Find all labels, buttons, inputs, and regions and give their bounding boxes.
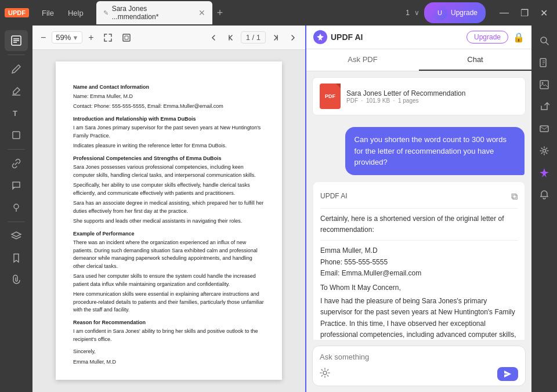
doc-rec-para: I am confident in Sara Jones' ability to…	[73, 328, 265, 343]
tab-chat[interactable]: Chat	[419, 49, 531, 71]
ai-upgrade-btn[interactable]: Upgrade	[466, 31, 508, 43]
user-avatar: U	[432, 5, 447, 20]
tab-area: ✎ Sara Jones ...mmendation* ✕ +	[96, 1, 404, 24]
svg-line-13	[546, 42, 548, 45]
sidebar-settings-icon[interactable]	[533, 140, 556, 161]
ai-title: UPDF AI	[331, 32, 363, 42]
sidebar-divider-1	[8, 55, 25, 55]
sidebar-layers-icon[interactable]	[5, 226, 28, 246]
current-page: 1	[246, 33, 250, 42]
document-area: Name and Contact Information Name: Emma …	[32, 50, 305, 392]
copy-response-btn[interactable]: ⧉	[511, 189, 518, 204]
sidebar-text-icon[interactable]: T	[5, 103, 28, 124]
titlebar-right: 1 ∨ U Upgrade — ❐ ✕	[406, 2, 552, 23]
upgrade-button[interactable]: U Upgrade	[424, 2, 486, 23]
sidebar-highlight-icon[interactable]	[5, 81, 28, 101]
sidebar-pages-icon[interactable]	[533, 52, 556, 73]
file-card: PDF Sara Jones Letter of Recommendation …	[312, 77, 526, 115]
minimize-btn[interactable]: —	[495, 8, 513, 19]
sidebar-mail-icon[interactable]	[533, 118, 556, 139]
sidebar-pen-icon[interactable]	[5, 59, 28, 79]
sidebar-pin-icon[interactable]	[5, 197, 28, 218]
next-section-btn[interactable]	[268, 31, 283, 44]
maximize-btn[interactable]: ❐	[516, 8, 533, 19]
response-divider-2	[320, 240, 518, 241]
svg-rect-17	[540, 126, 548, 132]
response-name: Emma Muller, M.D	[320, 245, 518, 256]
page-indicator: 1	[406, 9, 410, 17]
sidebar-search-icon[interactable]	[533, 30, 556, 51]
ai-logo-icon	[313, 30, 327, 44]
close-btn[interactable]: ✕	[536, 8, 552, 19]
sidebar-edit-icon[interactable]	[5, 30, 28, 51]
menu-file[interactable]: File	[36, 6, 60, 20]
file-info: Sara Jones Letter of Recommendation PDF …	[346, 89, 518, 104]
menu-help[interactable]: Help	[62, 6, 89, 20]
tab-doc-icon: ✎	[103, 9, 108, 17]
document-page: Name and Contact Information Name: Emma …	[56, 61, 282, 380]
file-size: 101.9 KB	[366, 97, 390, 104]
sidebar-comment-icon[interactable]	[5, 175, 28, 196]
page-indicator-icon: ∨	[414, 9, 419, 17]
sidebar-bookmark-icon[interactable]	[5, 248, 28, 268]
sidebar-shape-icon[interactable]	[5, 125, 28, 146]
response-email: Email: Emma.Muller@email.com	[320, 268, 518, 279]
doc-section-intro-title: Introduction and Relationship with Emma …	[73, 115, 265, 124]
doc-comp-para2: Specifically, her ability to use compute…	[73, 182, 265, 197]
svg-point-7	[14, 204, 19, 209]
ai-response-header: UPDF AI ⧉	[320, 189, 518, 204]
new-tab-btn[interactable]: +	[212, 7, 228, 19]
main-area: T − 59% ▼	[0, 26, 557, 392]
upgrade-label: Upgrade	[451, 9, 478, 17]
file-type: PDF	[346, 97, 358, 104]
zoom-in-btn[interactable]: +	[85, 30, 97, 45]
doc-section-performance-title: Example of Performance	[73, 230, 265, 238]
prev-page-btn[interactable]	[206, 31, 221, 44]
input-actions	[320, 367, 518, 381]
svg-marker-19	[540, 168, 549, 177]
chat-input-area[interactable]	[312, 346, 526, 386]
input-settings-btn[interactable]	[320, 368, 330, 381]
sidebar-share-icon[interactable]	[533, 96, 556, 117]
zoom-level: 59%	[56, 33, 71, 42]
sidebar-ai-icon[interactable]	[533, 162, 556, 183]
doc-perf-para1: There was an incident where the organiza…	[73, 239, 265, 270]
fit-width-btn[interactable]	[100, 31, 116, 45]
ai-panel: UPDF AI Upgrade 🔒 Ask PDF Chat PDF Sara …	[305, 26, 531, 392]
doc-name-line: Name: Emma Muller, M.D	[73, 93, 265, 101]
right-sidebar	[531, 26, 557, 392]
doc-signatory: Emma Muller, M.D	[73, 358, 265, 366]
sidebar-attach-icon[interactable]	[5, 270, 28, 291]
zoom-dropdown-arrow[interactable]: ▼	[72, 34, 78, 41]
ai-response: UPDF AI ⧉ Certainly, here is a shortened…	[313, 182, 525, 340]
sidebar-link-icon[interactable]	[5, 153, 28, 174]
svg-rect-6	[13, 132, 20, 139]
sidebar-image-icon[interactable]	[533, 74, 556, 95]
document-tab[interactable]: ✎ Sara Jones ...mmendation* ✕	[96, 1, 212, 24]
svg-point-16	[542, 82, 544, 84]
file-meta: PDF · 101.9 KB · 1 pages	[346, 97, 518, 104]
sidebar-divider-3	[8, 222, 25, 222]
response-salutation: To Whom It May Concern,	[320, 282, 518, 293]
fit-page-btn[interactable]	[118, 31, 135, 45]
page-separator: /	[252, 33, 255, 42]
ai-logo: UPDF AI	[313, 30, 363, 44]
chat-input[interactable]	[320, 351, 518, 362]
file-name: Sara Jones Letter of Recommendation	[346, 89, 518, 97]
doc-section-contact-title: Name and Contact Information	[73, 84, 265, 92]
doc-intro-para1: I am Sara Jones primary supervisor for t…	[73, 124, 265, 140]
send-message-btn[interactable]	[497, 367, 518, 381]
next-page-btn[interactable]	[285, 31, 301, 44]
page-display: 1 / 1	[241, 31, 266, 43]
doc-comp-para3: Sara has an associate degree in medical …	[73, 199, 265, 215]
zoom-out-btn[interactable]: −	[37, 30, 49, 45]
toolbar: − 59% ▼ + 1 /	[32, 26, 305, 50]
svg-marker-10	[317, 34, 324, 41]
tab-close-btn[interactable]: ✕	[198, 8, 205, 17]
tab-title: Sara Jones ...mmendation*	[112, 5, 195, 21]
prev-section-btn[interactable]	[223, 31, 238, 44]
tab-ask-pdf[interactable]: Ask PDF	[306, 49, 419, 71]
sidebar-notification-icon[interactable]	[533, 184, 556, 205]
chat-messages: Can you shorten the word count to 300 wo…	[306, 121, 531, 340]
zoom-control[interactable]: 59% ▼	[52, 31, 82, 43]
